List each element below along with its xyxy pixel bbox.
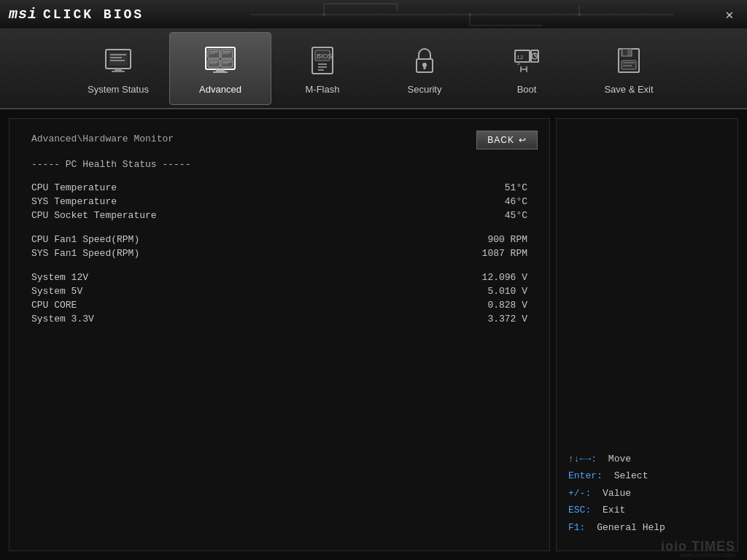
- m-flash-icon: BIOS: [305, 43, 340, 78]
- key-hint-row: Enter: Select: [568, 467, 726, 484]
- row-value: 5.010 V: [440, 286, 527, 297]
- svg-text:3: 3: [516, 60, 520, 66]
- svg-text:BIOS: BIOS: [317, 52, 333, 60]
- row-label: System 3.3V: [31, 314, 221, 324]
- table-row: CPU CORE 0.828 V: [31, 299, 527, 311]
- svg-rect-51: [623, 50, 627, 55]
- key-label: ESC:: [568, 502, 591, 518]
- row-label: CPU Fan1 Speed(RPM): [31, 234, 221, 245]
- nav-item-boot[interactable]: 12 3 Boot: [476, 32, 578, 105]
- product-name: CLICK BIOS: [43, 7, 144, 22]
- key-label: Enter:: [568, 467, 603, 484]
- row-label: System 12V: [31, 272, 221, 283]
- security-icon: [407, 43, 442, 78]
- key-hints: ↑↓←→: Move Enter: Select +/-: Value ESC:…: [568, 451, 726, 536]
- section-header: ----- PC Health Status -----: [31, 159, 527, 170]
- svg-rect-26: [222, 51, 231, 52]
- row-value: 45°C: [440, 210, 527, 221]
- nav-label-security: Security: [408, 84, 442, 95]
- close-button[interactable]: ✕: [721, 6, 738, 23]
- svg-rect-23: [213, 71, 228, 73]
- row-label: System 5V: [31, 286, 221, 297]
- svg-rect-15: [115, 69, 122, 71]
- svg-rect-16: [112, 71, 125, 72]
- svg-rect-37: [318, 69, 324, 71]
- nav-label-boot: Boot: [517, 84, 537, 95]
- key-desc: Exit: [603, 502, 625, 518]
- back-button[interactable]: BACK ↩: [476, 131, 538, 149]
- svg-rect-54: [623, 65, 632, 66]
- svg-point-8: [468, 13, 471, 16]
- table-row: CPU Temperature 51°C: [31, 182, 527, 194]
- row-label: CPU Temperature: [31, 182, 221, 193]
- title-bar: msi CLICK BIOS ✕: [0, 0, 747, 29]
- row-value: 12.096 V: [440, 272, 527, 283]
- table-row: System 3.3V 3.372 V: [31, 313, 527, 325]
- key-desc: Value: [603, 485, 631, 502]
- content-panel: BACK ↩ Advanced\Hardware Monitor ----- P…: [9, 118, 550, 551]
- key-hint-row: ESC: Exit: [568, 502, 726, 518]
- svg-rect-35: [318, 63, 327, 65]
- save-exit-icon: [611, 43, 646, 78]
- table-row: SYS Fan1 Speed(RPM) 1087 RPM: [31, 247, 527, 260]
- watermark-sub: www.ioiotimes.com: [679, 551, 735, 559]
- svg-rect-30: [222, 61, 231, 63]
- nav-label-m-flash: M-Flash: [306, 84, 340, 95]
- nav-item-system-status[interactable]: System Status: [67, 32, 169, 105]
- right-panel: ↑↓←→: Move Enter: Select +/-: Value ESC:…: [556, 118, 738, 551]
- row-label: SYS Temperature: [31, 196, 221, 207]
- nav-item-m-flash[interactable]: BIOS M-Flash: [271, 32, 374, 105]
- svg-rect-27: [222, 53, 229, 54]
- navigation-bar: System Status Advanced: [0, 29, 747, 109]
- svg-rect-29: [209, 63, 217, 64]
- row-label: CPU Socket Temperature: [31, 210, 221, 221]
- svg-rect-24: [209, 51, 218, 52]
- row-value: 3.372 V: [440, 314, 527, 324]
- row-value: 900 RPM: [440, 234, 527, 245]
- svg-rect-14: [110, 60, 125, 61]
- msi-logo: msi CLICK BIOS: [9, 6, 144, 23]
- table-row: System 5V 5.010 V: [31, 285, 527, 298]
- boot-icon: 12 3: [509, 43, 544, 78]
- svg-rect-13: [110, 57, 122, 58]
- svg-rect-40: [424, 66, 426, 69]
- svg-rect-25: [209, 53, 215, 54]
- nav-label-save-exit: Save & Exit: [604, 84, 653, 95]
- key-desc: Move: [608, 451, 631, 467]
- svg-rect-12: [110, 54, 126, 55]
- main-content: BACK ↩ Advanced\Hardware Monitor ----- P…: [0, 109, 747, 560]
- spacer: [31, 223, 527, 233]
- row-value: 46°C: [440, 196, 527, 207]
- monitor-table: CPU Temperature 51°C SYS Temperature 46°…: [31, 182, 527, 325]
- row-label: CPU CORE: [31, 300, 221, 311]
- row-value: 51°C: [440, 182, 527, 193]
- svg-rect-31: [222, 63, 228, 64]
- key-hint-row: +/-: Value: [568, 485, 726, 502]
- key-desc: General Help: [597, 519, 665, 536]
- key-label: F1:: [568, 519, 585, 536]
- svg-rect-53: [623, 62, 635, 63]
- svg-rect-36: [318, 66, 327, 68]
- advanced-icon: [203, 43, 238, 78]
- row-value: 1087 RPM: [440, 248, 527, 259]
- svg-rect-28: [209, 61, 218, 63]
- key-hint-row: F1: General Help: [568, 519, 726, 536]
- key-label: +/-:: [568, 485, 591, 502]
- svg-point-7: [322, 13, 325, 16]
- system-status-icon: [101, 43, 136, 78]
- key-label: ↑↓←→:: [568, 451, 597, 467]
- svg-point-9: [578, 13, 581, 16]
- table-row: CPU Fan1 Speed(RPM) 900 RPM: [31, 233, 527, 246]
- nav-item-advanced[interactable]: Advanced: [169, 32, 271, 105]
- nav-item-save-exit[interactable]: Save & Exit: [578, 32, 680, 105]
- table-row: SYS Temperature 46°C: [31, 195, 527, 208]
- circuit-decoration: [251, 0, 689, 29]
- nav-label-advanced: Advanced: [199, 84, 241, 95]
- nav-item-security[interactable]: Security: [374, 32, 476, 105]
- key-hint-row: ↑↓←→: Move: [568, 451, 726, 467]
- table-row: CPU Socket Temperature 45°C: [31, 209, 527, 222]
- msi-logo-text: msi: [9, 6, 37, 23]
- row-value: 0.828 V: [440, 300, 527, 311]
- key-desc: Select: [614, 467, 649, 484]
- breadcrumb: Advanced\Hardware Monitor: [31, 133, 527, 144]
